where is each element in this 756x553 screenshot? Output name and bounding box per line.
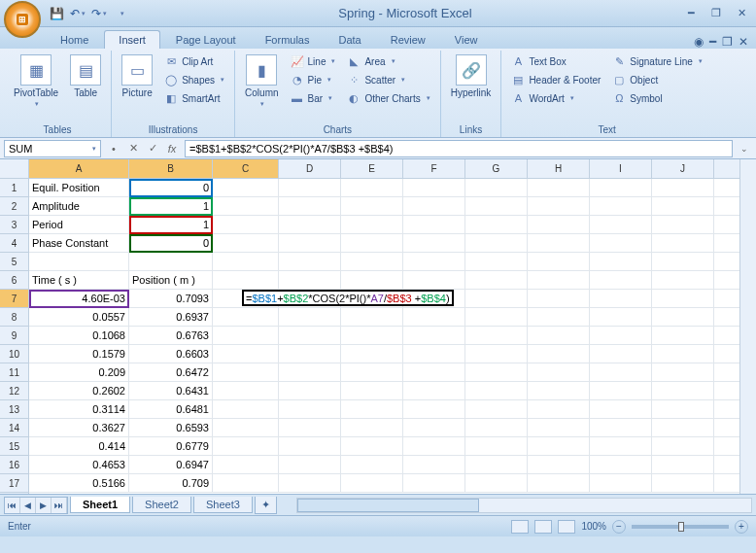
cell-C3[interactable] — [213, 216, 279, 233]
cell-I17[interactable] — [590, 474, 652, 492]
cell-F1[interactable] — [403, 179, 465, 196]
cell-F11[interactable] — [403, 363, 465, 381]
cell-B7[interactable]: 0.7093 — [129, 290, 213, 307]
cell-B17[interactable]: 0.709 — [129, 474, 213, 492]
active-cell-c7[interactable]: =$B$1+$B$2*COS(2*PI()*A7/$B$3 +$B$4) — [242, 290, 454, 306]
scatter-chart-button[interactable]: ⁘Scatter▾ — [343, 71, 433, 88]
cell-D17[interactable] — [279, 474, 341, 492]
zoom-level[interactable]: 100% — [581, 521, 606, 532]
cell-F14[interactable] — [403, 419, 465, 436]
page-layout-view-button[interactable] — [534, 520, 552, 534]
cell-A15[interactable]: 0.414 — [29, 437, 129, 455]
cell-B10[interactable]: 0.6603 — [129, 345, 213, 363]
clipart-button[interactable]: ✉Clip Art — [160, 52, 228, 70]
cell-E11[interactable] — [341, 363, 403, 381]
row-header-6[interactable]: 6 — [0, 271, 28, 290]
cell-E14[interactable] — [341, 419, 403, 436]
cell-G3[interactable] — [465, 216, 528, 233]
cell-H16[interactable] — [528, 456, 590, 473]
cell-H11[interactable] — [528, 363, 590, 381]
cell-E8[interactable] — [341, 308, 403, 326]
cell-C14[interactable] — [213, 419, 279, 436]
new-sheet-button[interactable]: ✦ — [255, 497, 277, 514]
table-button[interactable]: ▤Table — [66, 52, 105, 100]
cell-C8[interactable] — [213, 308, 279, 326]
expand-formula-bar-icon[interactable]: ⌄ — [737, 140, 752, 157]
cell-A3[interactable]: Period — [29, 216, 129, 233]
cell-H14[interactable] — [528, 419, 590, 436]
ribbon-minimize-icon[interactable]: ━ — [709, 35, 716, 49]
cell-I11[interactable] — [590, 363, 652, 381]
cell-E4[interactable] — [341, 234, 403, 252]
vertical-scrollbar[interactable] — [739, 159, 756, 494]
col-header-D[interactable]: D — [279, 159, 341, 178]
tab-view[interactable]: View — [441, 31, 492, 49]
col-header-J[interactable]: J — [652, 159, 714, 178]
cell-D2[interactable] — [279, 197, 341, 215]
cell-J13[interactable] — [652, 400, 714, 418]
cell-C15[interactable] — [213, 437, 279, 455]
sigline-button[interactable]: ✎Signature Line▾ — [608, 52, 706, 70]
cell-J11[interactable] — [652, 363, 714, 381]
cell-H12[interactable] — [528, 382, 590, 399]
zoom-out-button[interactable]: − — [612, 520, 626, 534]
cell-H13[interactable] — [528, 400, 590, 418]
cell-B16[interactable]: 0.6947 — [129, 456, 213, 473]
cell-A6[interactable]: Time ( s ) — [29, 271, 129, 289]
col-header-A[interactable]: A — [29, 159, 129, 178]
cell-J4[interactable] — [652, 234, 714, 252]
cell-C6[interactable] — [213, 271, 279, 289]
cell-G6[interactable] — [465, 271, 528, 289]
undo-icon[interactable]: ↶▾ — [70, 6, 86, 21]
cell-G15[interactable] — [465, 437, 528, 455]
qat-customize-icon[interactable]: ▾ — [115, 6, 130, 21]
cell-B5[interactable] — [129, 253, 213, 270]
next-sheet-button[interactable]: ▶ — [36, 498, 52, 513]
cell-F13[interactable] — [403, 400, 465, 418]
row-header-17[interactable]: 17 — [0, 474, 28, 493]
row-header-16[interactable]: 16 — [0, 456, 28, 474]
row-header-10[interactable]: 10 — [0, 345, 28, 363]
cell-J3[interactable] — [652, 216, 714, 233]
fx-button[interactable]: fx — [163, 140, 181, 157]
cell-B8[interactable]: 0.6937 — [129, 308, 213, 326]
cell-I2[interactable] — [590, 197, 652, 215]
cell-A12[interactable]: 0.2602 — [29, 382, 129, 399]
column-chart-button[interactable]: ▮Column▾ — [241, 52, 282, 110]
zoom-slider[interactable] — [632, 525, 729, 529]
cell-A9[interactable]: 0.1068 — [29, 327, 129, 344]
cell-I14[interactable] — [590, 419, 652, 436]
bar-chart-button[interactable]: ▬Bar▾ — [287, 89, 340, 107]
cell-C11[interactable] — [213, 363, 279, 381]
row-header-5[interactable]: 5 — [0, 253, 28, 271]
cell-I12[interactable] — [590, 382, 652, 399]
row-header-7[interactable]: 7 — [0, 290, 28, 308]
cell-A13[interactable]: 0.3114 — [29, 400, 129, 418]
tab-formulas[interactable]: Formulas — [252, 31, 324, 49]
cell-G10[interactable] — [465, 345, 528, 363]
cell-G11[interactable] — [465, 363, 528, 381]
cell-G16[interactable] — [465, 456, 528, 473]
save-icon[interactable]: 💾 — [49, 6, 64, 21]
cell-F6[interactable] — [403, 271, 465, 289]
cell-E6[interactable] — [341, 271, 403, 289]
cell-J15[interactable] — [652, 437, 714, 455]
cell-B2[interactable]: 1 — [129, 197, 213, 215]
cell-H2[interactable] — [528, 197, 590, 215]
cell-G12[interactable] — [465, 382, 528, 399]
cell-J1[interactable] — [652, 179, 714, 196]
cell-A1[interactable]: Equil. Position — [29, 179, 129, 196]
sheet-tab-2[interactable]: Sheet2 — [132, 497, 191, 513]
cell-D3[interactable] — [279, 216, 341, 233]
cell-G8[interactable] — [465, 308, 528, 326]
cell-J14[interactable] — [652, 419, 714, 436]
cell-C17[interactable] — [213, 474, 279, 492]
minimize-button[interactable]: ━ — [680, 6, 702, 21]
col-header-B[interactable]: B — [129, 159, 213, 178]
cell-G13[interactable] — [465, 400, 528, 418]
cell-I5[interactable] — [590, 253, 652, 270]
cell-I13[interactable] — [590, 400, 652, 418]
cell-B11[interactable]: 0.6472 — [129, 363, 213, 381]
close-button[interactable]: ✕ — [731, 6, 752, 21]
cell-J16[interactable] — [652, 456, 714, 473]
